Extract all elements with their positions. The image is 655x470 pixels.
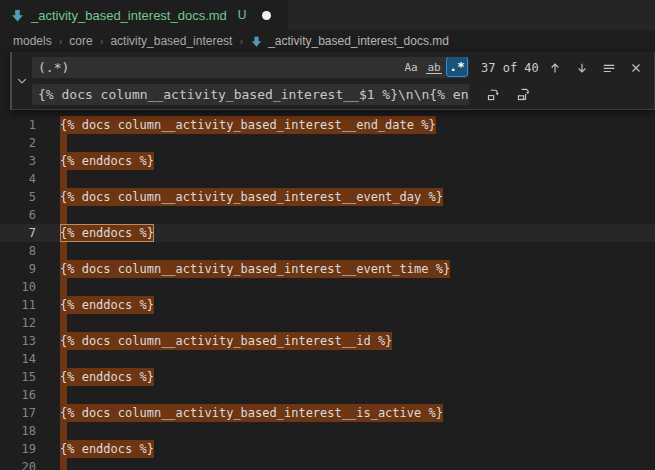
editor-line[interactable]: 15{% enddocs %}	[0, 368, 655, 386]
line-number[interactable]: 4	[0, 170, 36, 188]
line-content[interactable]: {% docs column__activity_based_interest_…	[60, 116, 436, 134]
replace-actions	[482, 84, 534, 106]
line-content[interactable]: {% enddocs %}	[60, 440, 154, 458]
line-content[interactable]	[60, 386, 67, 404]
line-content[interactable]	[60, 134, 67, 152]
find-match	[60, 170, 67, 188]
find-match: {% enddocs %}	[60, 296, 154, 314]
line-number[interactable]: 18	[0, 422, 36, 440]
breadcrumb-item-file[interactable]: _activity_based_interest_docs.md	[250, 34, 449, 48]
breadcrumb-item-models[interactable]: models	[13, 34, 52, 48]
tab-filename: _activity_based_interest_docs.md	[31, 8, 227, 23]
find-match	[60, 278, 67, 296]
line-content[interactable]: {% docs column__activity_based_interest_…	[60, 332, 392, 350]
editor-line[interactable]: 7{% enddocs %}	[0, 224, 655, 242]
find-match: {% docs column__activity_based_interest_…	[60, 332, 392, 350]
toggle-replace-button[interactable]	[12, 52, 32, 109]
line-content[interactable]	[60, 206, 67, 224]
line-content[interactable]: {% enddocs %}	[60, 224, 154, 242]
editor-line[interactable]: 17{% docs column__activity_based_interes…	[0, 404, 655, 422]
line-number[interactable]: 8	[0, 242, 36, 260]
find-match	[60, 386, 67, 404]
replace-all-icon[interactable]	[512, 84, 534, 106]
editor-line[interactable]: 9{% docs column__activity_based_interest…	[0, 260, 655, 278]
markdown-icon	[250, 35, 263, 48]
line-content[interactable]	[60, 350, 67, 368]
line-number[interactable]: 6	[0, 206, 36, 224]
find-match: {% docs column__activity_based_interest_…	[60, 188, 443, 206]
editor-line[interactable]: 4	[0, 170, 655, 188]
modified-dot-icon[interactable]	[262, 11, 271, 20]
line-content[interactable]: {% docs column__activity_based_interest_…	[60, 404, 443, 422]
breadcrumb-filename: _activity_based_interest_docs.md	[268, 34, 449, 48]
line-content[interactable]: {% enddocs %}	[60, 152, 154, 170]
breadcrumb-separator: ›	[239, 35, 243, 47]
find-in-selection-icon[interactable]	[598, 57, 620, 79]
editor-line[interactable]: 18	[0, 422, 655, 440]
line-number[interactable]: 1	[0, 116, 36, 134]
line-number[interactable]: 20	[0, 458, 36, 470]
find-match	[60, 242, 67, 260]
editor-line[interactable]: 5{% docs column__activity_based_interest…	[0, 188, 655, 206]
tab-bar-empty-space	[288, 0, 655, 30]
next-match-icon[interactable]	[571, 57, 593, 79]
line-number[interactable]: 10	[0, 278, 36, 296]
line-content[interactable]	[60, 242, 67, 260]
find-match	[60, 134, 67, 152]
editor-line[interactable]: 8	[0, 242, 655, 260]
markdown-icon	[10, 8, 25, 23]
line-number[interactable]: 17	[0, 404, 36, 422]
line-content[interactable]: {% docs column__activity_based_interest_…	[60, 260, 450, 278]
replace-icon[interactable]	[482, 84, 504, 106]
line-content[interactable]: {% enddocs %}	[60, 296, 154, 314]
line-number[interactable]: 16	[0, 386, 36, 404]
line-number[interactable]: 7	[0, 224, 36, 242]
editor-line[interactable]: 1{% docs column__activity_based_interest…	[0, 116, 655, 134]
editor-line[interactable]: 12	[0, 314, 655, 332]
line-number[interactable]: 19	[0, 440, 36, 458]
line-number[interactable]: 12	[0, 314, 36, 332]
line-number[interactable]: 2	[0, 134, 36, 152]
editor-line[interactable]: 2	[0, 134, 655, 152]
find-match	[60, 206, 67, 224]
line-number[interactable]: 5	[0, 188, 36, 206]
line-content[interactable]: {% enddocs %}	[60, 368, 154, 386]
replace-input[interactable]: {% docs column__activity_based_interest_…	[32, 84, 469, 105]
tab-activity-docs[interactable]: _activity_based_interest_docs.md U	[0, 0, 288, 30]
line-content[interactable]: {% docs column__activity_based_interest_…	[60, 188, 443, 206]
line-number[interactable]: 14	[0, 350, 36, 368]
line-content[interactable]	[60, 278, 67, 296]
line-number[interactable]: 13	[0, 332, 36, 350]
regex-icon[interactable]: .*	[447, 57, 467, 76]
whole-word-icon[interactable]: ab	[424, 58, 444, 77]
line-number[interactable]: 11	[0, 296, 36, 314]
editor-line[interactable]: 6	[0, 206, 655, 224]
line-number[interactable]: 15	[0, 368, 36, 386]
editor-line[interactable]: 20	[0, 458, 655, 470]
line-content[interactable]	[60, 170, 67, 188]
line-content[interactable]	[60, 422, 67, 440]
editor-line[interactable]: 14	[0, 350, 655, 368]
editor-line[interactable]: 11{% enddocs %}	[0, 296, 655, 314]
editor-line[interactable]: 13{% docs column__activity_based_interes…	[0, 332, 655, 350]
editor-line[interactable]: 19{% enddocs %}	[0, 440, 655, 458]
find-match: {% enddocs %}	[60, 152, 154, 170]
editor-line[interactable]: 3{% enddocs %}	[0, 152, 655, 170]
breadcrumb-item-core[interactable]: core	[69, 34, 92, 48]
editor-line[interactable]: 16	[0, 386, 655, 404]
find-match	[60, 350, 67, 368]
find-input[interactable]: (.*) Aa ab .*	[32, 57, 469, 78]
line-content[interactable]	[60, 314, 67, 332]
line-content[interactable]	[60, 458, 67, 470]
match-case-icon[interactable]: Aa	[401, 58, 421, 77]
find-match: {% docs column__activity_based_interest_…	[60, 116, 436, 134]
close-icon[interactable]	[625, 57, 647, 79]
breadcrumb-item-activity-based-interest[interactable]: activity_based_interest	[110, 34, 232, 48]
find-actions	[544, 57, 654, 79]
line-number[interactable]: 9	[0, 260, 36, 278]
prev-match-icon[interactable]	[544, 57, 566, 79]
find-input-value: (.*)	[38, 60, 69, 75]
line-number[interactable]: 3	[0, 152, 36, 170]
editor-line[interactable]: 10	[0, 278, 655, 296]
breadcrumb: models › core › activity_based_interest …	[0, 30, 655, 52]
